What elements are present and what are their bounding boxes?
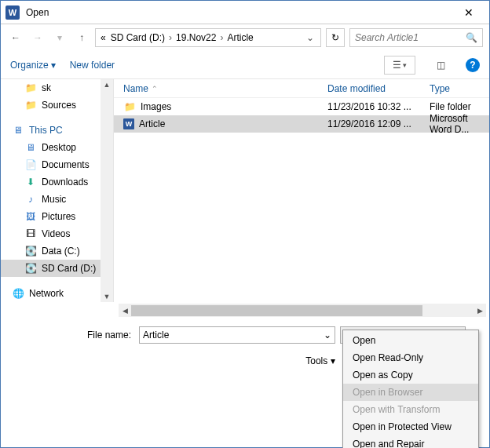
folder-icon: 📁 xyxy=(123,100,136,113)
view-mode-button[interactable]: ☰ ▾ xyxy=(384,56,415,75)
music-icon: ♪ xyxy=(24,193,37,206)
menu-open-and-repair[interactable]: Open and Repair xyxy=(343,435,478,448)
scroll-down-icon[interactable]: ▼ xyxy=(104,293,111,300)
chevron-right-icon[interactable]: › xyxy=(219,32,224,43)
tree-item-datac[interactable]: 💽Data (C:) xyxy=(1,242,113,260)
tree-item-desktop[interactable]: 🖥Desktop xyxy=(1,139,113,156)
breadcrumb-3[interactable]: Article xyxy=(225,32,254,43)
menu-open-protected-view[interactable]: Open in Protected View xyxy=(343,418,478,435)
tree-item-thispc[interactable]: 🖥This PC xyxy=(1,122,113,139)
tree-item-sdcard[interactable]: 💽SD Card (D:) xyxy=(1,260,113,277)
tree-item-videos[interactable]: 🎞Videos xyxy=(1,225,113,242)
scroll-up-icon[interactable]: ▲ xyxy=(104,81,111,89)
open-dropdown-menu: Open Open Read-Only Open as Copy Open in… xyxy=(342,330,479,448)
menu-open-in-browser[interactable]: Open in Browser xyxy=(343,384,478,401)
column-date[interactable]: Date modified xyxy=(318,83,420,94)
chevron-down-icon: ▾ xyxy=(51,60,56,71)
nav-up-icon[interactable]: ↑ xyxy=(73,29,90,46)
scroll-thumb[interactable] xyxy=(131,305,422,316)
network-icon: 🌐 xyxy=(12,287,24,300)
breadcrumb-prefix[interactable]: « xyxy=(99,32,108,43)
close-icon[interactable]: ✕ xyxy=(453,6,485,19)
organize-button[interactable]: Organize ▾ xyxy=(10,60,56,71)
tree-item-network[interactable]: 🌐Network xyxy=(1,285,113,302)
horizontal-scrollbar[interactable]: ◀ ▶ xyxy=(119,304,486,317)
tree-item-documents[interactable]: 📄Documents xyxy=(1,156,113,173)
search-input[interactable]: 🔍 xyxy=(349,28,483,47)
new-folder-button[interactable]: New folder xyxy=(70,60,115,71)
menu-open[interactable]: Open xyxy=(343,332,478,349)
pc-icon: 🖥 xyxy=(12,124,24,137)
column-type[interactable]: Type xyxy=(420,83,489,94)
sort-indicator-icon: ⌃ xyxy=(152,85,158,93)
address-dropdown-icon[interactable]: ⌄ xyxy=(303,32,317,43)
column-name[interactable]: Name⌃ xyxy=(114,83,318,94)
file-row[interactable]: WArticle 11/29/2016 12:09 ... Microsoft … xyxy=(114,115,489,133)
menu-open-with-transform: Open with Transform xyxy=(343,401,478,418)
scroll-left-icon[interactable]: ◀ xyxy=(119,307,131,315)
tree-item-music[interactable]: ♪Music xyxy=(1,191,113,208)
videos-icon: 🎞 xyxy=(24,228,37,240)
nav-tree: 📁sk 📁Sources 🖥This PC 🖥Desktop 📄Document… xyxy=(1,79,114,302)
pictures-icon: 🖼 xyxy=(24,210,37,223)
chevron-right-icon[interactable]: › xyxy=(168,32,173,43)
nav-forward-icon: → xyxy=(29,29,46,46)
nav-back-icon[interactable]: ← xyxy=(7,29,24,46)
documents-icon: 📄 xyxy=(24,158,37,171)
tools-button[interactable]: Tools ▾ xyxy=(305,355,335,366)
help-icon[interactable]: ? xyxy=(466,58,480,72)
downloads-icon: ⬇ xyxy=(24,176,37,188)
tree-item-downloads[interactable]: ⬇Downloads xyxy=(1,173,113,191)
tree-item-sk[interactable]: 📁sk xyxy=(1,79,113,97)
breadcrumb-1[interactable]: SD Card (D:) xyxy=(109,32,166,43)
chevron-down-icon: ▾ xyxy=(331,355,335,366)
dialog-title: Open xyxy=(26,7,453,18)
search-icon[interactable]: 🔍 xyxy=(466,32,477,43)
menu-open-as-copy[interactable]: Open as Copy xyxy=(343,366,478,384)
filename-label: File name: xyxy=(12,330,134,341)
preview-pane-button[interactable]: ◫ xyxy=(430,56,452,75)
desktop-icon: 🖥 xyxy=(24,141,37,154)
chevron-down-icon[interactable]: ⌄ xyxy=(324,330,331,341)
nav-recent-icon[interactable]: ▾ xyxy=(51,29,68,46)
breadcrumb-2[interactable]: 19.Nov22 xyxy=(174,32,218,43)
word-doc-icon: W xyxy=(123,118,134,129)
search-field[interactable] xyxy=(355,32,466,43)
address-bar[interactable]: « SD Card (D:) › 19.Nov22 › Article ⌄ xyxy=(95,28,321,47)
refresh-icon[interactable]: ↻ xyxy=(326,28,345,47)
tree-item-pictures[interactable]: 🖼Pictures xyxy=(1,208,113,225)
drive-icon: 💽 xyxy=(24,262,37,275)
drive-icon: 💽 xyxy=(24,245,37,257)
filename-input[interactable]: Article⌄ xyxy=(139,326,335,344)
tree-item-sources[interactable]: 📁Sources xyxy=(1,97,113,114)
folder-icon: 📁 xyxy=(24,99,37,111)
word-app-icon: W xyxy=(5,5,20,20)
menu-open-readonly[interactable]: Open Read-Only xyxy=(343,349,478,366)
scroll-right-icon[interactable]: ▶ xyxy=(474,307,486,315)
tree-scrollbar[interactable]: ▲▼ xyxy=(101,79,113,302)
folder-icon: 📁 xyxy=(24,82,37,94)
